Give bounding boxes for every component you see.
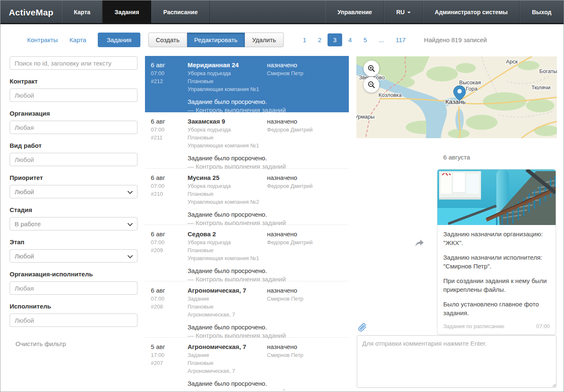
filter-label: Организация: [10, 110, 137, 117]
nav-tab[interactable]: Расписание: [151, 0, 210, 23]
pagination-page[interactable]: 3: [328, 33, 342, 46]
main-nav: Карта Задания Расписание: [62, 0, 210, 23]
map-town-label: Казань: [445, 98, 465, 105]
task-assignment: назначено Смирнов Петр: [267, 343, 343, 374]
subnav-link[interactable]: Задания: [98, 33, 140, 47]
task-overdue-note: Задание было просрочено.: [188, 98, 343, 105]
task-date: 6 авг: [151, 174, 188, 181]
task-date: 6 авг: [151, 118, 188, 125]
navbar-right: Управление RU Администратор системы Выхо…: [325, 0, 564, 23]
task-main-photo[interactable]: [437, 169, 556, 225]
task-worktype: Уборка подъезда: [188, 239, 267, 245]
task-info: Седова 2 Уборка подъезда Плановые Управл…: [188, 230, 267, 261]
task-worktype: Задание: [188, 352, 267, 358]
map-town-label: Арск: [506, 58, 518, 65]
nav-tab[interactable]: Задания: [102, 0, 151, 23]
task-date: 6 авг: [151, 287, 188, 294]
filter-label: Контракт: [10, 78, 137, 85]
task-group: Плановые: [188, 247, 267, 253]
pagination-page[interactable]: 2: [312, 33, 327, 46]
filter-select[interactable]: Любой: [10, 249, 137, 263]
map-town-label: Богатые: [539, 68, 557, 74]
filter-select[interactable]: Любой: [10, 185, 137, 198]
attach-file-icon[interactable]: [358, 323, 367, 334]
results-count: Найдено 819 записей: [424, 36, 487, 43]
task-title: Агрономическая, 7: [188, 343, 267, 350]
task-list-item[interactable]: 6 авг 07:00 #210 Мусина 25 Уборка подъез…: [145, 169, 349, 225]
delete-button[interactable]: Удалить: [245, 33, 283, 47]
nav-language-dropdown[interactable]: RU: [384, 0, 422, 23]
filter-input[interactable]: [10, 314, 137, 327]
map-zoom-in-button[interactable]: [363, 61, 379, 76]
pagination-page[interactable]: 4: [343, 33, 357, 46]
nav-management[interactable]: Управление: [325, 0, 384, 23]
pagination-page[interactable]: 5: [358, 33, 372, 46]
filter-fields: Контракт Организация Вид работ Приоритет…: [10, 78, 137, 327]
event-log-message: Заданию назначили исполнителя: "Смирнов …: [443, 253, 550, 271]
task-organization: Агрономическая, 7: [188, 311, 267, 318]
task-info: Меридианная 24 Уборка подъезда Плановые …: [188, 61, 267, 92]
filter-field: Исполнитель: [10, 303, 137, 327]
task-assignment: назначено Федоров Дмитрий: [267, 230, 343, 261]
task-meta: 6 авг 07:00 #210: [151, 174, 188, 226]
map-zoom-out-button[interactable]: [363, 77, 379, 93]
filter-input[interactable]: [10, 153, 137, 166]
map-town-label: Тюлячи: [531, 84, 551, 91]
filter-input[interactable]: [10, 281, 137, 295]
filter-select[interactable]: В работе: [10, 217, 137, 230]
task-list-item[interactable]: 5 авг 17:00 #207 Агрономическая, 7 Задан…: [145, 338, 349, 390]
task-time: 07:00: [151, 183, 188, 189]
task-list-item[interactable]: 6 авг 07:00 #212 Меридианная 24 Уборка п…: [145, 56, 349, 112]
feed-date-header: 6 августа: [356, 154, 557, 161]
task-organization: Управляющая компания №1: [188, 142, 267, 149]
task-list-item[interactable]: 6 авг 07:00 #211 Закамская 9 Уборка подъ…: [145, 112, 349, 169]
comment-input[interactable]: [357, 335, 556, 388]
map-view[interactable]: ЗвениговоКозловкаУрмарыКазаньВысокаяГора…: [356, 56, 557, 138]
task-id: #209: [151, 247, 188, 253]
task-group: Плановые: [188, 191, 267, 197]
subnav-link[interactable]: Карта: [69, 36, 86, 43]
task-assignment: назначено Смирнов Петр: [267, 61, 343, 92]
pagination-page[interactable]: ...: [373, 33, 389, 46]
pagination-page[interactable]: 1: [297, 33, 312, 46]
clear-filter-link[interactable]: Очистить фильтр: [15, 340, 66, 347]
search-input[interactable]: [10, 56, 137, 70]
filter-input[interactable]: [10, 121, 137, 134]
filter-select-wrap: В работе: [10, 217, 137, 230]
top-navbar: ActiveMap Карта Задания Расписание Управ…: [0, 0, 564, 24]
map-town-label: Гора: [466, 86, 478, 92]
task-assignment: назначено Смирнов Петр: [267, 287, 343, 318]
nav-tab[interactable]: Карта: [62, 0, 103, 23]
task-group: Плановые: [188, 360, 267, 366]
filter-label: Приоритет: [10, 174, 137, 181]
share-forward-icon[interactable]: [415, 239, 424, 248]
pagination-page[interactable]: 117: [390, 33, 411, 46]
task-organization: Агрономическая, 7: [188, 368, 267, 374]
map-town-label: Козловка: [379, 92, 402, 98]
task-id: #210: [151, 191, 188, 197]
task-organization: Управляющая компания №1: [188, 255, 267, 261]
task-title: Меридианная 24: [188, 61, 267, 68]
task-info: Закамская 9 Уборка подъезда Плановые Упр…: [188, 118, 267, 149]
task-time: 07:00: [151, 126, 188, 133]
task-assignee: Федоров Дмитрий: [267, 126, 343, 133]
task-group: Плановые: [188, 134, 267, 141]
nav-user[interactable]: Администратор системы: [423, 0, 520, 23]
task-list-item[interactable]: 6 авг 07:00 #209 Седова 2 Уборка подъезд…: [145, 225, 349, 281]
task-id: #211: [151, 134, 188, 141]
task-worktype: Уборка подъезда: [188, 126, 267, 133]
task-note-source: — Контроль выполнения заданий: [188, 332, 343, 339]
filter-field: Приоритет Любой: [10, 174, 137, 198]
edit-button[interactable]: Редактировать: [187, 33, 245, 47]
task-group: Плановые: [188, 303, 267, 310]
subnav-link[interactable]: Контракты: [27, 36, 58, 43]
create-button[interactable]: Создать: [148, 33, 187, 47]
nav-logout[interactable]: Выход: [520, 0, 564, 23]
task-organization: Управляющая компания №2: [188, 199, 267, 205]
task-date: 6 авг: [151, 230, 188, 238]
task-list-item[interactable]: 6 авг 07:00 #208 Агрономическая, 7 Задан…: [145, 281, 349, 338]
filter-input[interactable]: [10, 89, 137, 102]
task-worktype: Уборка подъезда: [188, 183, 267, 189]
event-log-messages: Заданию назначили организацию: "ЖКХ". За…: [443, 230, 550, 317]
app-logo[interactable]: ActiveMap: [0, 0, 62, 23]
